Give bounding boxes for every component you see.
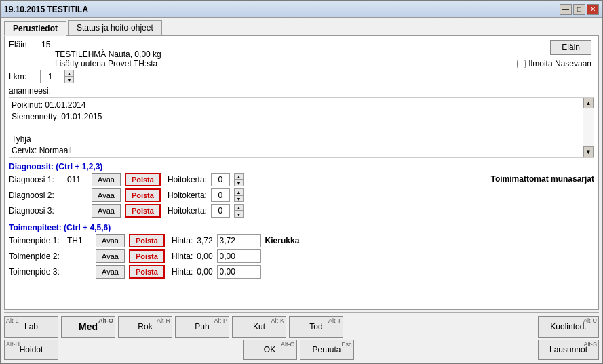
diagnose-3-hoitokerta-input[interactable] <box>211 204 230 218</box>
diagnose-2-poista[interactable]: Poista <box>125 188 161 202</box>
restore-button[interactable]: □ <box>573 4 585 15</box>
med-button[interactable]: Alt-O Med <box>61 316 115 338</box>
toimenpiteet-section: Toimenpiteet: (Ctrl + 4,5,6) Toimenpide … <box>9 220 594 279</box>
toimenpide-row-2: Toimenpide 2: Avaa Poista Hinta: 0,00 <box>9 249 594 263</box>
med-shortcut: Alt-O <box>98 317 113 324</box>
diagnose-1-hoitokerta-input[interactable] <box>211 173 230 186</box>
naseva-checkbox[interactable] <box>517 60 526 68</box>
top-header-left: Eläin 15 TESTILEHMÄ Nauta, 0,00 kg Lisät… <box>9 40 517 83</box>
toimenpide-1-hinta-input[interactable] <box>217 234 261 247</box>
toimenpide-3-avaa[interactable]: Avaa <box>96 265 125 279</box>
toimenpide-2-poista[interactable]: Poista <box>129 249 165 263</box>
diagnose-1-code: 011 <box>67 175 87 184</box>
diag1-hk-spin-up[interactable]: ▲ <box>234 173 244 180</box>
toimenpide-2-hinta-input[interactable] <box>217 249 261 263</box>
peruuta-button[interactable]: Esc Peruuta <box>300 340 354 360</box>
scroll-down-btn[interactable]: ▼ <box>583 146 594 157</box>
peruuta-shortcut: Esc <box>341 341 351 348</box>
lkm-input[interactable] <box>40 70 60 83</box>
diagnose-3-label: Diagnoosi 3: <box>9 206 63 216</box>
diagnoses-side-text: Toimimattomat munasarjat <box>484 173 594 184</box>
toimenpide-3-hinta-input[interactable] <box>217 265 261 279</box>
diag2-hk-spin-up[interactable]: ▲ <box>234 188 244 195</box>
hoidot-button[interactable]: Alt-H Hoidot <box>4 340 58 360</box>
ok-label: OK <box>264 345 275 355</box>
lab-shortcut: Alt-L <box>6 317 19 324</box>
kut-label: Kut <box>253 322 265 331</box>
toimenpide-2-hinta-value: 0,00 <box>197 251 212 261</box>
diagnose-2-avaa[interactable]: Avaa <box>92 188 121 202</box>
diagnose-1-hoitokerta-spin: ▲ ▼ <box>234 173 244 186</box>
toimenpide-1-avaa[interactable]: Avaa <box>96 234 125 247</box>
diagnose-3-poista[interactable]: Poista <box>125 204 161 218</box>
toimenpide-2-hinta-label: Hinta: <box>172 251 193 261</box>
spacer-3 <box>357 340 536 360</box>
anamneesi-section: anamneesi: Poikinut: 01.01.2014 Siemenne… <box>9 86 594 158</box>
anamneesi-container: Poikinut: 01.01.2014 Siemennetty: 01.01.… <box>9 97 594 158</box>
bottom-row-2: Alt-H Hoidot Alt-O OK Esc Peruuta Alt-S … <box>4 340 599 360</box>
diagnose-3-avaa[interactable]: Avaa <box>92 204 121 218</box>
tab-status[interactable]: Status ja hoito-ohjeet <box>68 20 162 35</box>
diagnose-1-avaa[interactable]: Avaa <box>92 173 121 186</box>
kut-button[interactable]: Alt-K Kut <box>232 316 286 338</box>
scroll-track <box>583 108 594 146</box>
toimenpide-2-avaa[interactable]: Avaa <box>96 249 125 263</box>
elain-sub: Lisätty uutena Provet TH:sta <box>55 59 161 68</box>
tab-perustiedot[interactable]: Perustiedot <box>4 21 66 36</box>
top-header: Eläin 15 TESTILEHMÄ Nauta, 0,00 kg Lisät… <box>9 40 594 83</box>
lausunnot-button[interactable]: Alt-S Lausunnot <box>538 340 599 360</box>
window-controls: — □ ✕ <box>560 4 599 15</box>
diag3-hk-spin-up[interactable]: ▲ <box>234 204 244 211</box>
scroll-up-btn[interactable]: ▲ <box>583 98 594 108</box>
toimenpide-3-poista[interactable]: Poista <box>129 265 165 279</box>
diagnose-2-hoitokerta-label: Hoitokerta: <box>168 190 207 200</box>
tab-bar: Perustiedot Status ja hoito-ohjeet <box>4 20 599 35</box>
tod-label: Tod <box>309 322 322 331</box>
lkm-row: Lkm: ▲ ▼ <box>9 70 517 83</box>
anamneesi-scrollbar: ▲ ▼ <box>583 98 594 157</box>
diagnose-row-1: Diagnoosi 1: 011 Avaa Poista Hoitokerta:… <box>9 173 480 186</box>
lkm-label: Lkm: <box>9 72 36 81</box>
toimenpiteet-title: Toimenpiteet: (Ctrl + 4,5,6) <box>9 223 594 232</box>
toimenpide-3-hinta-value: 0,00 <box>197 267 212 277</box>
elain-name: TESTILEHMÄ Nauta, 0,00 kg <box>55 49 161 59</box>
diagnose-1-hoitokerta-label: Hoitokerta: <box>168 175 207 184</box>
bottom-row-1: Alt-L Lab Alt-O Med Alt-R Rok Alt-P Puh … <box>4 316 599 338</box>
lkm-spin-down[interactable]: ▼ <box>64 77 74 83</box>
rok-button[interactable]: Alt-R Rok <box>118 316 172 338</box>
spacer-1 <box>346 316 535 338</box>
lkm-spinner: ▲ ▼ <box>64 70 74 83</box>
window-title: 19.10.2015 TESTITILA <box>4 5 88 14</box>
diagnose-3-hoitokerta-spin: ▲ ▼ <box>234 204 244 218</box>
ok-shortcut: Alt-O <box>281 341 295 348</box>
puh-button[interactable]: Alt-P Puh <box>175 316 229 338</box>
diagnose-row-2: Diagnoosi 2: Avaa Poista Hoitokerta: ▲ ▼ <box>9 188 480 202</box>
hoidot-label: Hoidot <box>20 345 43 355</box>
diag1-hk-spin-down[interactable]: ▼ <box>234 180 244 186</box>
diagnose-row-3: Diagnoosi 3: Avaa Poista Hoitokerta: ▲ ▼ <box>9 204 480 218</box>
lkm-spin-up[interactable]: ▲ <box>64 70 74 77</box>
minimize-button[interactable]: — <box>560 4 572 15</box>
lab-button[interactable]: Alt-L Lab <box>4 316 58 338</box>
main-window: 19.10.2015 TESTITILA — □ ✕ Perustiedot S… <box>0 0 603 364</box>
elain-button[interactable]: Eläin <box>550 40 591 55</box>
kuolintod-label: Kuolintod. <box>550 322 586 331</box>
diagnose-2-hoitokerta-spin: ▲ ▼ <box>234 188 244 202</box>
diagnose-1-poista[interactable]: Poista <box>125 173 161 186</box>
elain-row: Eläin 15 TESTILEHMÄ Nauta, 0,00 kg Lisät… <box>9 40 517 68</box>
toimenpide-1-poista[interactable]: Poista <box>129 234 165 247</box>
diag3-hk-spin-down[interactable]: ▼ <box>234 211 244 218</box>
diag2-hk-spin-down[interactable]: ▼ <box>234 195 244 202</box>
tod-button[interactable]: Alt-T Tod <box>289 316 343 338</box>
ok-button[interactable]: Alt-O OK <box>243 340 297 360</box>
peruuta-label: Peruuta <box>312 345 341 355</box>
rok-shortcut: Alt-R <box>157 317 170 324</box>
lab-label: Lab <box>24 322 38 331</box>
diagnose-2-hoitokerta-input[interactable] <box>211 188 230 202</box>
kuolintod-shortcut: Alt-U <box>583 317 597 324</box>
toimenpide-1-hinta-label: Hinta: <box>172 236 193 245</box>
toimenpide-2-label: Toimenpide 2: <box>9 251 63 261</box>
kuolintod-button[interactable]: Alt-U Kuolintod. <box>538 316 599 338</box>
close-button[interactable]: ✕ <box>587 4 599 15</box>
elain-info: 15 TESTILEHMÄ Nauta, 0,00 kg Lisätty uut… <box>41 40 161 68</box>
